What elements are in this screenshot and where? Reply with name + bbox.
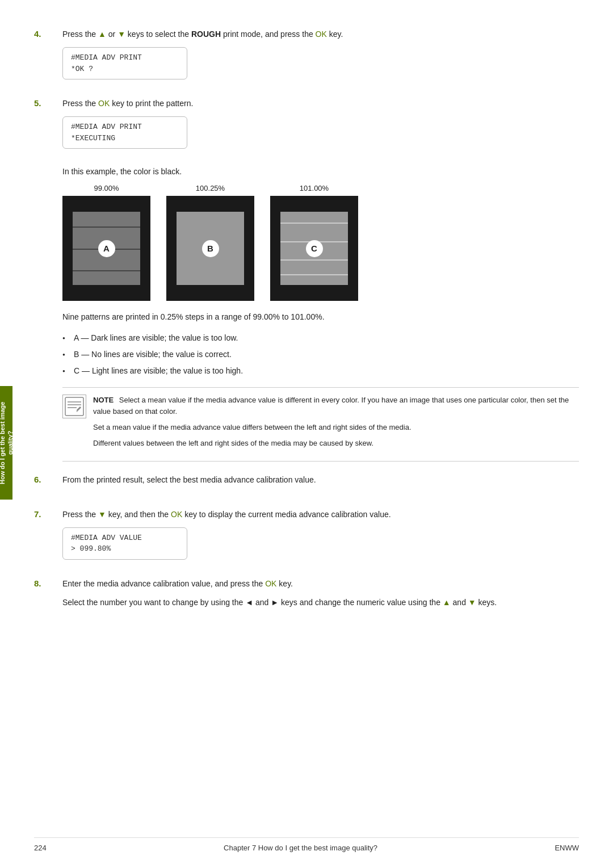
step-5-text: Press the OK key to print the pattern. [62, 98, 579, 110]
arrow-down-8-icon: ▼ [468, 598, 476, 607]
side-tab: How do I get the best image quality? [0, 386, 12, 500]
lcd-display-7: #MEDIA ADV VALUE > 099.80% [62, 527, 187, 560]
step-7-number: 7. [34, 509, 62, 519]
rough-text: ROUGH [191, 30, 221, 39]
bullet-item-c: ● C — Light lines are visible; the value… [62, 365, 579, 377]
bullet-item-b: ● B — No lines are visible; the value is… [62, 349, 579, 360]
step-8-number: 8. [34, 578, 62, 588]
step-6-text: From the printed result, select the best… [62, 474, 579, 486]
bullet-text-c: C — Light lines are visible; the value i… [74, 365, 243, 377]
pattern-b-label: 100.25% [196, 184, 225, 192]
note-box: NOTE Select a mean value if the media ad… [62, 387, 579, 462]
ok-key-8: OK [265, 579, 276, 588]
bullet-item-a: ● A — Dark lines are visible; the value … [62, 332, 579, 344]
ok-key-7: OK [171, 510, 182, 519]
arrow-down-7-icon: ▼ [98, 510, 106, 519]
note-paragraph-3: Different values between the left and ri… [93, 438, 579, 449]
arrow-left-8-icon: ◄ [245, 598, 253, 607]
ok-key: OK [316, 30, 327, 39]
lcd-line-7-2: > 099.80% [71, 543, 179, 555]
pattern-c-box: C [270, 196, 358, 301]
step-4-number: 4. [34, 28, 62, 39]
lcd-line-2: *OK ? [71, 64, 179, 75]
step-6-number: 6. [34, 474, 62, 484]
step-8: 8. Enter the media advance calibration v… [34, 578, 579, 615]
footer-page: 224 [34, 844, 47, 852]
footer: 224 Chapter 7 How do I get the best imag… [34, 837, 579, 852]
step-7-content: Press the ▼ key, and then the OK key to … [62, 509, 579, 562]
example-text: In this example, the color is black. [62, 167, 579, 176]
note-paragraph-2: Set a mean value if the media advance va… [93, 422, 579, 433]
lcd-display-5: #MEDIA ADV PRINT *EXECUTING [62, 116, 187, 149]
arrow-up-icon: ▲ [98, 30, 106, 39]
note-icon [62, 395, 86, 418]
step-7: 7. Press the ▼ key, and then the OK key … [34, 509, 579, 562]
lcd-line-5-1: #MEDIA ADV PRINT [71, 121, 179, 133]
pattern-c-line-3 [280, 259, 348, 261]
note-paragraph-1: NOTE Select a mean value if the media ad… [93, 395, 579, 417]
lcd-display-4: #MEDIA ADV PRINT *OK ? [62, 47, 187, 79]
bullet-dot-c: ● [62, 365, 74, 375]
step-5-content: Press the OK key to print the pattern. #… [62, 98, 579, 151]
footer-enww: ENWW [555, 844, 579, 852]
step-6: 6. From the printed result, select the b… [34, 474, 579, 493]
lcd-line-7-1: #MEDIA ADV VALUE [71, 532, 179, 544]
pattern-c-label: 101.00% [300, 184, 329, 192]
note-label: NOTE [93, 396, 114, 404]
patterns-container: 99.00% A 100.25% B 101.00% [62, 184, 579, 301]
bullet-text-a: A — Dark lines are visible; the value is… [74, 332, 238, 344]
note-content: NOTE Select a mean value if the media ad… [93, 395, 579, 454]
pattern-c-circle: C [306, 240, 323, 257]
bullet-dot-b: ● [62, 349, 74, 358]
step-4-text: Press the ▲ or ▼ keys to select the ROUG… [62, 28, 579, 40]
step-4-content: Press the ▲ or ▼ keys to select the ROUG… [62, 28, 579, 82]
step-6-content: From the printed result, select the best… [62, 474, 579, 493]
pattern-a-label: 99.00% [94, 184, 119, 192]
arrow-right-8-icon: ► [271, 598, 279, 607]
step-7-text: Press the ▼ key, and then the OK key to … [62, 509, 579, 521]
step-5-number: 5. [34, 98, 62, 108]
pattern-a-item: 99.00% A [62, 184, 150, 301]
pattern-c-item: 101.00% C [270, 184, 358, 301]
pattern-b-item: 100.25% B [166, 184, 254, 301]
arrow-up-8-icon: ▲ [443, 598, 451, 607]
step-8-content: Enter the media advance calibration valu… [62, 578, 579, 615]
lcd-line-5-2: *EXECUTING [71, 133, 179, 144]
note-text-1: Select a mean value if the media advance… [93, 396, 569, 416]
pattern-a-line-bot [73, 270, 140, 271]
step-8-text: Enter the media advance calibration valu… [62, 578, 579, 590]
pattern-a-box: A [62, 196, 150, 301]
pattern-b-box: B [166, 196, 254, 301]
bullet-dot-a: ● [62, 332, 74, 342]
footer-chapter: Chapter 7 How do I get the best image qu… [224, 844, 377, 852]
ok-key-5: OK [98, 99, 110, 108]
lcd-line-1: #MEDIA ADV PRINT [71, 52, 179, 64]
bullet-list: ● A — Dark lines are visible; the value … [62, 332, 579, 377]
pattern-a-circle: A [98, 240, 115, 257]
pattern-c-line-1 [280, 223, 348, 224]
nine-patterns-text: Nine patterns are printed in 0.25% steps… [62, 311, 579, 323]
pattern-c-line-4 [280, 274, 348, 275]
arrow-down-icon: ▼ [117, 30, 125, 39]
bullet-text-b: B — No lines are visible; the value is c… [74, 349, 232, 360]
pattern-b-circle: B [202, 240, 219, 257]
step-5: 5. Press the OK key to print the pattern… [34, 98, 579, 151]
svg-rect-0 [65, 397, 83, 416]
note-svg-icon [64, 396, 85, 417]
step-8-subtext: Select the number you want to change by … [62, 597, 579, 609]
step-4: 4. Press the ▲ or ▼ keys to select the R… [34, 28, 579, 82]
pattern-a-line-top [73, 227, 140, 228]
side-tab-label: How do I get the best image quality? [0, 394, 14, 492]
